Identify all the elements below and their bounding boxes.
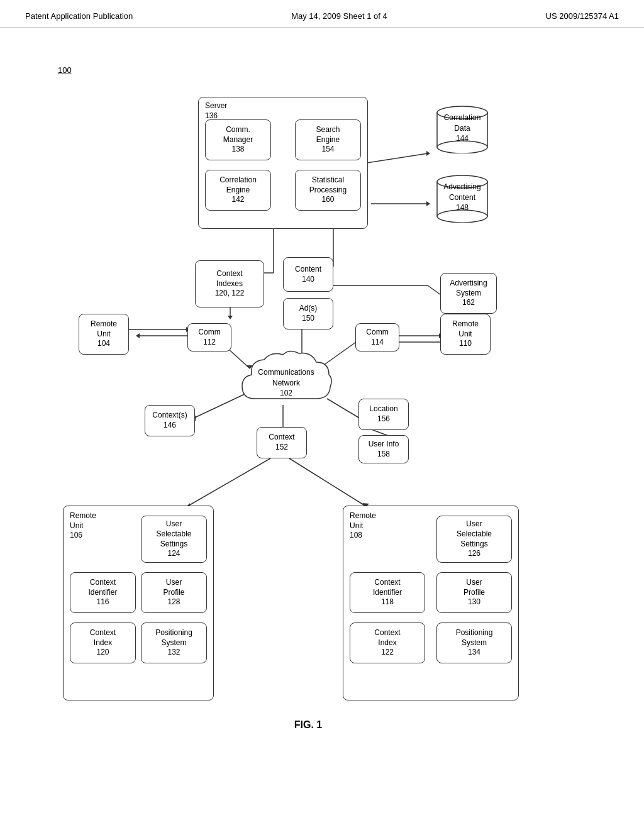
context-identifier-118-label: ContextIdentifier118 xyxy=(373,578,402,607)
advertising-content-label: AdvertisingContent148 xyxy=(443,182,480,213)
context-index-120-box: ContextIndex120 xyxy=(70,622,136,663)
contexts-146-label: Context(s)146 xyxy=(152,411,187,430)
ads-label: Ad(s)150 xyxy=(299,304,318,323)
server-label: Server136 xyxy=(205,101,227,121)
positioning-system-134-box: PositioningSystem134 xyxy=(436,622,512,663)
advertising-system-label: AdvertisingSystem162 xyxy=(450,279,487,308)
svg-marker-4 xyxy=(426,201,430,206)
search-engine-label: SearchEngine154 xyxy=(316,125,340,155)
remote-unit-106-label: RemoteUnit106 xyxy=(70,511,96,541)
remote-unit-106-outer-box: RemoteUnit106 UserSelectableSettings124 … xyxy=(63,506,214,700)
comm-112-label: Comm112 xyxy=(198,328,220,347)
ads-box: Ad(s)150 xyxy=(283,298,333,329)
context-identifier-118-box: ContextIdentifier118 xyxy=(350,572,425,613)
user-profile-130-box: UserProfile130 xyxy=(436,572,512,613)
positioning-system-134-label: PositioningSystem134 xyxy=(456,628,493,658)
header-left: Patent Application Publication xyxy=(25,11,133,21)
remote-unit-104-label: RemoteUnit104 xyxy=(91,319,117,349)
context-identifier-116-label: ContextIdentifier116 xyxy=(88,578,117,607)
remote-unit-110-label: RemoteUnit110 xyxy=(452,319,479,349)
context-identifier-116-box: ContextIdentifier116 xyxy=(70,572,136,613)
diagram-area: 100 xyxy=(0,28,644,801)
user-selectable-126-label: UserSelectableSettings126 xyxy=(457,519,492,558)
context-152-box: Context152 xyxy=(257,427,307,458)
correlation-data-label: CorrelationData144 xyxy=(444,113,481,144)
remote-unit-110-box: RemoteUnit110 xyxy=(440,314,491,355)
user-selectable-126-box: UserSelectableSettings126 xyxy=(436,516,512,563)
header-right: US 2009/125374 A1 xyxy=(546,11,619,21)
comm-manager-label: Comm.Manager138 xyxy=(223,125,253,155)
user-info-box: User Info158 xyxy=(358,435,409,463)
user-profile-130-label: UserProfile130 xyxy=(464,578,485,607)
correlation-data-cylinder: CorrelationData144 xyxy=(434,103,491,153)
comm-114-box: Comm114 xyxy=(355,323,399,351)
svg-marker-11 xyxy=(228,316,233,319)
contexts-146-box: Context(s)146 xyxy=(145,405,195,436)
header-center: May 14, 2009 Sheet 1 of 4 xyxy=(291,11,387,21)
comm-112-box: Comm112 xyxy=(187,323,231,351)
statistical-processing-box: StatisticalProcessing160 xyxy=(295,170,361,211)
context-indexes-label: ContextIndexes120, 122 xyxy=(215,269,245,299)
advertising-system-box: AdvertisingSystem162 xyxy=(440,273,497,314)
positioning-system-132-box: PositioningSystem132 xyxy=(141,622,207,663)
svg-line-32 xyxy=(189,458,270,506)
user-selectable-124-box: UserSelectableSettings124 xyxy=(141,516,207,563)
comm-114-label: Comm114 xyxy=(366,328,388,347)
comm-manager-box: Comm.Manager138 xyxy=(205,119,271,160)
context-indexes-box: ContextIndexes120, 122 xyxy=(195,260,264,307)
context-152-label: Context152 xyxy=(269,433,294,452)
context-index-122-box: ContextIndex122 xyxy=(350,622,425,663)
user-profile-128-box: UserProfile128 xyxy=(141,572,207,613)
correlation-engine-box: CorrelationEngine142 xyxy=(205,170,271,211)
correlation-engine-label: CorrelationEngine142 xyxy=(219,175,257,205)
svg-marker-6 xyxy=(426,151,430,156)
content-box: Content140 xyxy=(283,257,333,292)
search-engine-box: SearchEngine154 xyxy=(295,119,361,160)
svg-line-34 xyxy=(289,458,365,506)
statistical-processing-label: StatisticalProcessing160 xyxy=(309,175,347,205)
user-profile-128-label: UserProfile128 xyxy=(163,578,184,607)
communications-network-cloud: CommunicationsNetwork102 xyxy=(236,348,336,418)
page-header: Patent Application Publication May 14, 2… xyxy=(0,0,644,28)
user-selectable-124-label: UserSelectableSettings124 xyxy=(156,519,191,558)
diagram-label: 100 xyxy=(58,65,72,75)
positioning-system-132-label: PositioningSystem132 xyxy=(155,628,192,658)
content-label: Content140 xyxy=(295,265,321,284)
advertising-content-cylinder: AdvertisingContent148 xyxy=(434,172,491,223)
context-index-122-label: ContextIndex122 xyxy=(374,628,400,658)
remote-unit-108-outer-box: RemoteUnit108 UserSelectableSettings126 … xyxy=(343,506,519,700)
location-label: Location156 xyxy=(369,404,397,424)
user-info-label: User Info158 xyxy=(369,440,399,459)
remote-unit-108-label: RemoteUnit108 xyxy=(350,511,376,541)
svg-marker-18 xyxy=(136,333,140,338)
communications-network-label: CommunicationsNetwork102 xyxy=(258,367,314,399)
context-index-120-label: ContextIndex120 xyxy=(90,628,116,658)
server-box: Server136 Comm.Manager138 SearchEngine15… xyxy=(198,97,368,229)
fig-label: FIG. 1 xyxy=(270,719,346,731)
location-box: Location156 xyxy=(358,399,409,430)
remote-unit-104-box: RemoteUnit104 xyxy=(79,314,129,355)
